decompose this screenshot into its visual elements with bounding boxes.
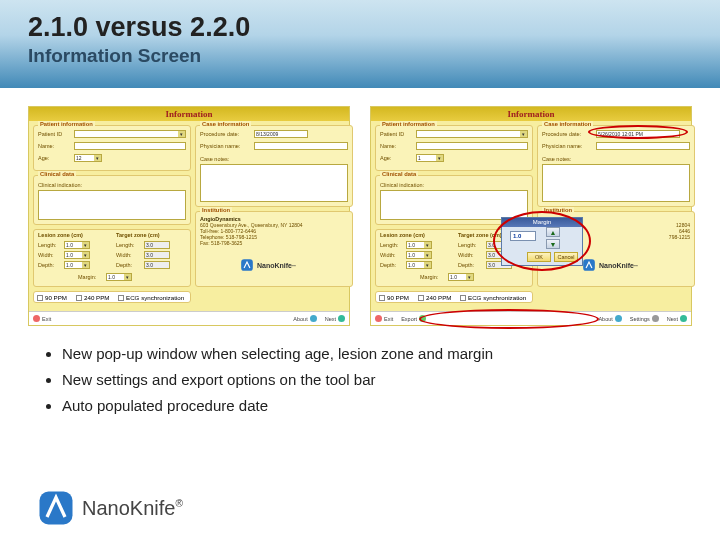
label-age: Age: [38,155,49,161]
physician-field[interactable] [254,142,348,150]
label-clinical-indication: Clinical indication: [38,182,82,188]
lesion-depth-field[interactable]: 1.0 [406,261,432,269]
about-button[interactable]: About [598,315,621,322]
nanoknife-icon [38,490,74,526]
ppm90-option[interactable]: 90 PPM [37,294,67,301]
physician-field[interactable] [596,142,690,150]
label-length-t: Length: [458,242,476,248]
group-title: Clinical data [38,171,76,177]
label-physician: Physician name: [200,143,240,149]
bullet-item: New pop-up window when selecting age, le… [62,342,670,366]
bullet-list: New pop-up window when selecting age, le… [0,332,720,418]
screenshot-row: Information Patient information Patient … [0,88,720,332]
margin-field[interactable]: 1.0 [448,273,474,281]
procedure-date-field[interactable]: 8/13/2009 [254,130,308,138]
age-field[interactable]: 1 [416,154,444,162]
bullet-item: Auto populated procedure date [62,394,670,418]
label-target-zone: Target zone (cm) [116,232,160,238]
slide-subtitle: Information Screen [28,45,692,67]
label-width-t: Width: [458,252,474,258]
about-button[interactable]: About [293,315,316,322]
footer-bar: Exit About Next [29,311,349,325]
ppm240-option[interactable]: 240 PPM [76,294,109,301]
settings-button[interactable]: Settings [630,315,659,322]
lesion-length-field[interactable]: 1.0 [64,241,90,249]
nanoknife-icon [582,258,596,272]
target-length-field: 3.0 [144,241,170,249]
window-title: Information [371,107,691,121]
group-title: Case information [542,121,593,127]
label-margin: Margin: [420,274,438,280]
target-depth-field: 3.0 [144,261,170,269]
label-width-t: Width: [116,252,132,258]
slide-title: 2.1.0 versus 2.2.0 [28,12,692,43]
margin-field[interactable]: 1.0 [106,273,132,281]
name-field[interactable] [416,142,528,150]
footer-brand-text: NanoKnife® [82,497,183,520]
label-lesion-zone: Lesion zone (cm) [38,232,83,238]
ecg-option[interactable]: ECG synchronization [118,294,184,301]
nanoknife-logo: NanoKnife™ [240,258,296,272]
label-case-notes: Case notes: [200,156,229,162]
group-title: Patient information [380,121,437,127]
group-patient-info: Patient information Patient ID Name: Age… [33,125,191,171]
lesion-width-field[interactable]: 1.0 [64,251,90,259]
lesion-width-field[interactable]: 1.0 [406,251,432,259]
label-depth-t: Depth: [458,262,474,268]
screenshot-210: Information Patient information Patient … [28,106,350,326]
label-age: Age: [380,155,391,161]
label-procedure-date: Procedure date: [542,131,581,137]
callout-oval-toolbar [419,309,599,329]
label-length-t: Length: [116,242,134,248]
label-case-notes: Case notes: [542,156,571,162]
patient-id-field[interactable] [74,130,186,138]
clinical-indication-area[interactable] [380,190,528,220]
label-width-l: Width: [38,252,54,258]
group-patient-info: Patient information Patient ID Name: Age… [375,125,533,171]
group-case-info: Case information Procedure date: 8/13/20… [195,125,353,207]
exit-button[interactable]: Exit [375,315,393,322]
window-title: Information [29,107,349,121]
label-lesion-zone: Lesion zone (cm) [380,232,425,238]
label-depth-l: Depth: [38,262,54,268]
nanoknife-icon [240,258,254,272]
callout-oval-date [588,125,688,139]
clinical-indication-area[interactable] [38,190,186,220]
group-title: Case information [200,121,251,127]
group-title: Patient information [38,121,95,127]
age-field[interactable]: 12 [74,154,102,162]
case-notes-area[interactable] [200,164,348,202]
target-width-field: 3.0 [144,251,170,259]
label-length-l: Length: [38,242,56,248]
lesion-depth-field[interactable]: 1.0 [64,261,90,269]
label-depth-l: Depth: [380,262,396,268]
label-width-l: Width: [380,252,396,258]
nanoknife-logo: NanoKnife™ [582,258,638,272]
ecg-option[interactable]: ECG synchronization [460,294,526,301]
group-lesion-target: Lesion zone (cm) Target zone (cm) Length… [33,229,191,287]
institution-line5: Fax: 518-798-3625 [200,240,242,246]
brand-text: NanoKnife™ [257,262,296,269]
ppm240-option[interactable]: 240 PPM [418,294,451,301]
window-body: Patient information Patient ID Name: Age… [29,121,349,311]
footer-brand-logo: NanoKnife® [38,490,183,526]
next-button[interactable]: Next [325,315,345,322]
ppm90-option[interactable]: 90 PPM [379,294,409,301]
brand-text: NanoKnife™ [599,262,638,269]
label-name: Name: [380,143,396,149]
name-field[interactable] [74,142,186,150]
case-notes-area[interactable] [542,164,690,202]
ppm-row: 90 PPM 240 PPM ECG synchronization [33,291,191,303]
lesion-length-field[interactable]: 1.0 [406,241,432,249]
title-header: 2.1.0 versus 2.2.0 Information Screen [0,0,720,88]
label-clinical-indication: Clinical indication: [380,182,424,188]
label-depth-t: Depth: [116,262,132,268]
patient-id-field[interactable] [416,130,528,138]
next-button[interactable]: Next [667,315,687,322]
label-patient-id: Patient ID [380,131,404,137]
ppm-row: 90 PPM 240 PPM ECG synchronization [375,291,533,303]
label-physician: Physician name: [542,143,582,149]
exit-button[interactable]: Exit [33,315,51,322]
label-name: Name: [38,143,54,149]
group-institution: Institution AngioDynamics 603 Queensbury… [195,211,353,287]
